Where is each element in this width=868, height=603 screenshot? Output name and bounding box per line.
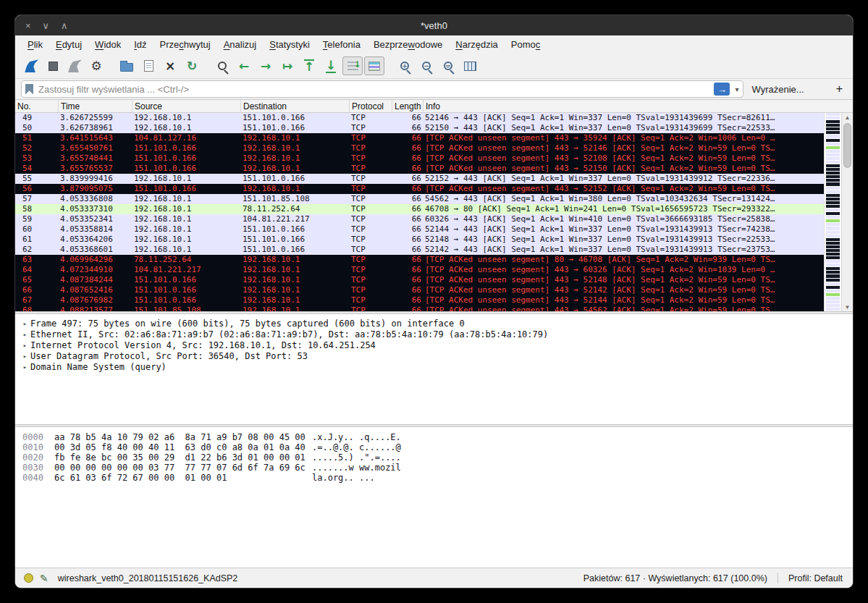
hex-ascii[interactable]: .....5.) .".=.... — [312, 452, 401, 463]
close-file-button[interactable]: × — [160, 56, 180, 75]
column-header-info[interactable]: Info — [424, 100, 853, 112]
close-window-icon[interactable]: × — [25, 21, 31, 30]
packet-row[interactable]: 664.087652416151.101.0.166192.168.10.1TC… — [15, 285, 824, 295]
hex-bytes[interactable]: 6c 61 03 6f 72 67 00 00 01 00 01 — [54, 473, 312, 483]
zoom-in-button[interactable] — [395, 56, 415, 75]
scroll-down-icon[interactable]: ▼ — [845, 303, 851, 311]
hex-bytes[interactable]: aa 78 b5 4a 10 79 02 a6 8a 71 a9 b7 08 0… — [54, 432, 312, 442]
expand-arrow-icon[interactable]: ▸ — [20, 363, 30, 371]
filter-bookmark-icon[interactable] — [25, 84, 33, 95]
packet-row[interactable]: 624.053368601192.168.10.1151.101.0.166TC… — [15, 245, 824, 255]
packet-row[interactable]: 553.839999416192.168.10.1151.101.0.166TC… — [15, 174, 824, 184]
save-file-button[interactable] — [138, 56, 159, 75]
hex-ascii[interactable]: la.org.. ... — [312, 473, 375, 483]
packet-row[interactable]: 584.053337310192.168.10.178.11.252.64TCP… — [15, 204, 824, 214]
hex-ascii[interactable]: .=..@.@. c......@ — [312, 442, 401, 452]
menu-item-telefonia[interactable]: Telefonia — [316, 37, 367, 52]
menu-item-pomoc[interactable]: Pomoc — [505, 37, 547, 52]
column-header-length[interactable]: Length — [392, 100, 424, 112]
apply-filter-button[interactable]: → — [714, 83, 730, 96]
packet-row[interactable]: 634.06996429678.11.252.64192.168.10.1TCP… — [15, 255, 824, 265]
resize-columns-button[interactable] — [460, 56, 480, 75]
window-titlebar[interactable]: ×∨∧ *veth0 — [15, 15, 853, 35]
menu-item-statystyki[interactable]: Statystyki — [263, 37, 316, 52]
menu-item-bezprzewodowe[interactable]: Bezprzewodowe — [367, 37, 449, 52]
open-file-button[interactable] — [117, 56, 137, 75]
packet-list-scrollbar[interactable]: ▲ ▼ — [841, 113, 853, 311]
detail-line[interactable]: ▸Domain Name System (query) — [20, 361, 853, 372]
packet-row[interactable]: 644.072344910104.81.221.217192.168.10.1T… — [15, 265, 824, 275]
colorize-packets-button[interactable] — [364, 56, 384, 75]
hex-bytes[interactable]: fb fe 8e bc 00 35 00 29 d1 22 b6 3d 01 0… — [54, 452, 312, 463]
hex-ascii[interactable]: .x.J.y.. .q....E. — [312, 432, 401, 442]
start-capture-button[interactable] — [21, 56, 41, 75]
restart-capture-button[interactable] — [64, 56, 85, 75]
hex-row[interactable]: 0020fb fe 8e bc 00 35 00 29 d1 22 b6 3d … — [22, 452, 853, 463]
go-last-button[interactable]: ↓ — [321, 56, 341, 75]
go-forward-button[interactable]: → — [256, 56, 276, 75]
menu-item-edytuj[interactable]: Edytuj — [49, 37, 88, 52]
packet-row[interactable]: 684.088213577151.101.85.108192.168.10.1T… — [15, 305, 824, 311]
detail-line[interactable]: ▸Ethernet II, Src: 02:a6:8a:71:a9:b7 (02… — [20, 329, 853, 340]
menu-item-plik[interactable]: Plik — [21, 37, 49, 52]
stop-capture-button[interactable] — [43, 56, 63, 75]
hex-bytes[interactable]: 00 3d 05 f8 40 00 40 11 63 d0 c0 a8 0a 0… — [54, 442, 312, 452]
go-first-button[interactable]: ↑ — [299, 56, 319, 75]
column-header-protocol[interactable]: Protocol — [350, 100, 392, 112]
reload-file-button[interactable]: ↻ — [182, 56, 202, 75]
minimize-window-icon[interactable]: ∨ — [43, 21, 50, 30]
column-header-destination[interactable]: Destination — [241, 100, 350, 112]
packet-row[interactable]: 503.626738961192.168.10.1151.101.0.166TC… — [15, 123, 824, 133]
profile-label[interactable]: Profil: Default — [788, 573, 843, 583]
packet-row[interactable]: 523.655450761151.101.0.166192.168.10.1TC… — [15, 143, 824, 153]
hex-row[interactable]: 0000aa 78 b5 4a 10 79 02 a6 8a 71 a9 b7 … — [22, 432, 853, 442]
menu-item-analizuj[interactable]: Analizuj — [217, 37, 264, 52]
expand-arrow-icon[interactable]: ▸ — [20, 331, 30, 338]
scroll-up-icon[interactable]: ▲ — [845, 113, 851, 122]
packet-row[interactable]: 543.655765537151.101.0.166192.168.10.1TC… — [15, 164, 824, 174]
find-packet-button[interactable] — [212, 56, 232, 75]
capture-options-button[interactable]: ⚙ — [86, 56, 106, 75]
menu-item-widok[interactable]: Widok — [88, 37, 127, 52]
filter-history-dropdown-icon[interactable]: ▾ — [735, 85, 738, 93]
hex-bytes[interactable]: 00 00 00 00 00 00 03 77 77 77 07 6d 6f 7… — [54, 463, 312, 473]
packet-row[interactable]: 513.641515643104.81.127.16192.168.10.1TC… — [15, 133, 824, 143]
zoom-out-button[interactable] — [416, 56, 437, 75]
packet-row[interactable]: 614.053364206192.168.10.1151.101.0.166TC… — [15, 235, 824, 245]
hex-row[interactable]: 003000 00 00 00 00 00 03 77 77 77 07 6d … — [22, 463, 853, 473]
hex-ascii[interactable]: .......w ww.mozil — [312, 463, 401, 473]
hex-row[interactable]: 001000 3d 05 f8 40 00 40 11 63 d0 c0 a8 … — [22, 442, 853, 452]
maximize-window-icon[interactable]: ∧ — [61, 21, 68, 30]
expert-info-icon[interactable] — [24, 573, 33, 583]
go-back-button[interactable]: ← — [234, 56, 254, 75]
add-filter-button[interactable]: + — [833, 83, 846, 96]
display-filter-input[interactable] — [38, 84, 709, 95]
go-to-packet-button[interactable]: ↦ — [277, 56, 298, 75]
expand-arrow-icon[interactable]: ▸ — [20, 353, 30, 360]
hex-row[interactable]: 00406c 61 03 6f 72 67 00 00 01 00 01la.o… — [22, 473, 853, 483]
zoom-original-button[interactable] — [438, 56, 458, 75]
packet-row[interactable]: 654.087384244151.101.0.166192.168.10.1TC… — [15, 275, 824, 285]
packet-row[interactable]: 563.879095075151.101.0.166192.168.10.1TC… — [15, 184, 824, 194]
detail-line[interactable]: ▸Frame 497: 75 bytes on wire (600 bits),… — [20, 318, 853, 329]
column-header-no[interactable]: No. — [15, 100, 59, 112]
menu-item-narzedzia[interactable]: Narzędzia — [449, 37, 505, 52]
packet-row[interactable]: 574.053336808192.168.10.1151.101.85.108T… — [15, 194, 824, 204]
menu-item-idz[interactable]: Idź — [127, 37, 153, 52]
expression-button[interactable]: Wyrażenie... — [749, 84, 807, 95]
detail-line[interactable]: ▸Internet Protocol Version 4, Src: 192.1… — [20, 340, 853, 350]
detail-line[interactable]: ▸User Datagram Protocol, Src Port: 36540… — [20, 350, 853, 361]
packet-row[interactable]: 533.655748441151.101.0.166192.168.10.1TC… — [15, 153, 824, 164]
packet-row[interactable]: 594.053352341192.168.10.1104.81.221.217T… — [15, 214, 824, 224]
packet-row[interactable]: 604.053358814192.168.10.1151.101.0.166TC… — [15, 224, 824, 235]
scrollbar-thumb[interactable] — [843, 123, 851, 168]
expand-arrow-icon[interactable]: ▸ — [20, 320, 30, 327]
column-header-source[interactable]: Source — [132, 100, 241, 112]
packet-row[interactable]: 493.626725599192.168.10.1151.101.0.166TC… — [15, 113, 824, 123]
intelligent-scrollbar-minimap[interactable] — [824, 113, 841, 311]
column-header-time[interactable]: Time — [59, 100, 132, 112]
menu-item-przechwytuj[interactable]: Przechwytuj — [153, 37, 217, 52]
auto-scroll-button[interactable] — [342, 56, 363, 75]
expand-arrow-icon[interactable]: ▸ — [20, 342, 30, 349]
packet-row[interactable]: 674.087676982151.101.0.166192.168.10.1TC… — [15, 295, 824, 305]
